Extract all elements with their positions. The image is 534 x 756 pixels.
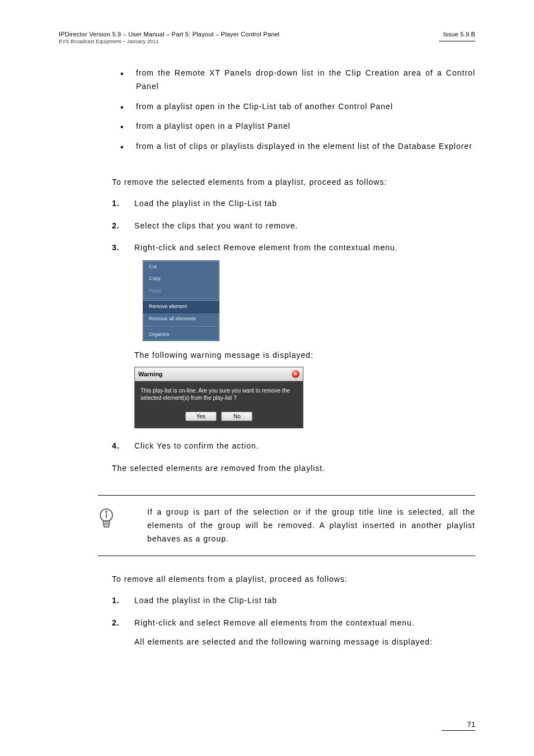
step-item: Select the clips that you want to remove… [134,220,475,233]
header-title: IPDirector Version 5.9 – User Manual – P… [59,31,279,38]
list-item: from a list of clips or playlists displa… [120,140,475,153]
note-text: If a group is part of the selection or i… [125,506,475,545]
svg-point-1 [105,511,107,513]
warning-title: Warning [138,369,163,380]
menu-item-copy[interactable]: Copy [143,273,219,284]
header-issue: Issue 5.9.B [439,31,475,38]
no-button[interactable]: No [221,412,252,421]
note-block: If a group is part of the selection or i… [98,495,475,556]
context-menu: Cut Copy Paste Remove element Remove all… [143,260,219,341]
menu-item-remove-element[interactable]: Remove element [143,300,219,313]
tip-icon [98,508,115,528]
menu-item-paste: Paste [143,285,219,297]
header-subtitle: EVS Broadcast Equipment – January 2011 [59,39,279,44]
section2-intro: To remove all elements from a playlist, … [112,573,475,586]
menu-separator [145,326,217,328]
warning-caption: The following warning message is display… [134,349,475,362]
list-item: from a playlist open in a Playlist Panel [120,120,475,133]
menu-item-remove-all[interactable]: Remove all elements [143,313,219,325]
step-item: Right-click and select Remove element fr… [134,241,475,428]
warning-dialog: Warning × This play-list is on-line. Are… [134,367,303,429]
section-intro: To remove the selected elements from a p… [112,176,475,189]
yes-button[interactable]: Yes [185,412,217,421]
list-item: from a playlist open in the Clip-List ta… [120,100,475,114]
footer-underline [442,730,475,731]
menu-item-organize[interactable]: Organize [143,329,219,340]
section2-after: All elements are selected and the follow… [134,636,475,649]
step-item: Load the playlist in the Clip-List tab [134,594,475,608]
list-item: from the Remote XT Panels drop-down list… [120,67,475,94]
warning-message: This play-list is on-line. Are you sure … [140,387,297,402]
close-icon[interactable]: × [292,370,299,378]
step-item: Click Yes to confirm the action. [134,440,475,453]
step-item: Right-click and select Remove all elemen… [134,617,475,649]
step-item: Load the playlist in the Clip-List tab [134,197,475,211]
menu-item-cut[interactable]: Cut [143,261,219,273]
page-number: 71 [442,720,475,730]
menu-separator [145,298,217,299]
svg-rect-2 [106,514,107,518]
section-outro: The selected elements are removed from t… [112,462,475,475]
header-underline [439,41,475,41]
